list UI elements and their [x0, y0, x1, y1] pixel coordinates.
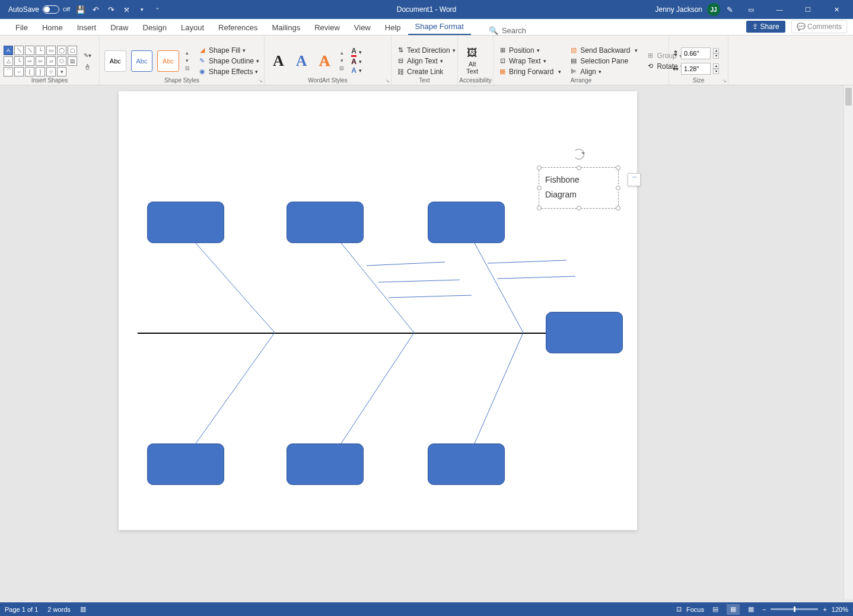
maximize-icon[interactable]: ☐: [796, 0, 820, 19]
document-area[interactable]: Fishbone Diagram ⌒: [0, 85, 853, 599]
wordart-launcher-icon[interactable]: ↘: [386, 78, 390, 84]
shape-connector-icon[interactable]: └: [36, 46, 45, 55]
zoom-in-icon[interactable]: +: [823, 606, 826, 613]
selection-handle-w[interactable]: [537, 186, 542, 190]
fishbone-cause-box-top-3[interactable]: [428, 202, 505, 243]
selection-handle-s[interactable]: [577, 206, 581, 210]
ribbon-display-icon[interactable]: ▭: [739, 0, 763, 19]
shape-l-icon[interactable]: └: [14, 56, 24, 66]
comments-button[interactable]: 💬 Comments: [791, 20, 847, 33]
tab-references[interactable]: References: [211, 20, 265, 35]
height-down-icon[interactable]: ▾: [713, 53, 719, 59]
align-button[interactable]: ⊫Align▾: [568, 67, 639, 76]
word-count[interactable]: 2 words: [47, 606, 71, 613]
user-avatar[interactable]: JJ: [707, 3, 720, 16]
tab-design[interactable]: Design: [136, 20, 174, 35]
qat-customize-icon[interactable]: ⁼: [153, 5, 163, 14]
shape-roundrect-icon[interactable]: ▢: [68, 46, 77, 55]
selection-pane-button[interactable]: ▤Selection Pane: [568, 56, 639, 66]
alt-text-button[interactable]: 🖼 Alt Text: [461, 44, 483, 77]
focus-label[interactable]: Focus: [686, 606, 704, 613]
shape-style-2[interactable]: Abc: [131, 50, 153, 72]
shape-oval-icon[interactable]: ◯: [57, 46, 66, 55]
shape-bracket2-icon[interactable]: }: [36, 67, 45, 76]
shape-hex-icon[interactable]: ⬡: [57, 56, 66, 66]
shape-styles-launcher-icon[interactable]: ↘: [259, 78, 263, 84]
styles-up-icon[interactable]: ▴: [184, 50, 191, 57]
shape-textbox-icon[interactable]: A: [4, 46, 13, 55]
shape-curve2-icon[interactable]: ⌣: [14, 67, 24, 76]
bring-forward-button[interactable]: ▦Bring Forward▾: [497, 67, 562, 76]
text-fill-button[interactable]: A▾: [351, 47, 362, 57]
shape-arrow-icon[interactable]: ⇨: [25, 56, 34, 66]
minimize-icon[interactable]: ―: [768, 0, 791, 19]
size-launcher-icon[interactable]: ↘: [722, 78, 727, 84]
styles-down-icon[interactable]: ▾: [184, 58, 191, 65]
fishbone-effect-box[interactable]: [546, 312, 623, 353]
shape-outline-button[interactable]: ✎Shape Outline▾: [197, 56, 260, 66]
shape-star-icon[interactable]: ☆: [46, 67, 56, 76]
fishbone-cause-box-top-2[interactable]: [287, 202, 364, 243]
scrollbar-thumb[interactable]: [845, 88, 852, 106]
selection-handle-e[interactable]: [616, 186, 620, 190]
tab-mailings[interactable]: Mailings: [265, 20, 308, 35]
search-box[interactable]: 🔍 Search: [489, 26, 526, 35]
shape-arrow2-icon[interactable]: ⬄: [36, 56, 45, 66]
textbox-selected[interactable]: Fishbone Diagram: [539, 167, 619, 209]
fishbone-cause-box-bottom-1[interactable]: [147, 443, 224, 485]
focus-icon[interactable]: ⊡: [676, 605, 682, 613]
shape-bracket-icon[interactable]: {: [25, 67, 34, 76]
redo-icon[interactable]: ↷: [107, 5, 116, 14]
proofing-icon[interactable]: ▥: [80, 605, 86, 613]
wordart-more-icon[interactable]: ⊟: [338, 65, 345, 72]
layout-options-button[interactable]: ⌒: [628, 173, 641, 186]
rotate-handle-icon[interactable]: [574, 149, 584, 159]
zoom-out-icon[interactable]: −: [762, 606, 766, 613]
align-text-button[interactable]: ⊟Align Text▾: [395, 56, 457, 66]
width-up-icon[interactable]: ▴: [713, 63, 719, 69]
tab-help[interactable]: Help: [378, 20, 408, 35]
zoom-level[interactable]: 120%: [832, 606, 848, 613]
tab-layout[interactable]: Layout: [174, 20, 211, 35]
tab-insert[interactable]: Insert: [70, 20, 104, 35]
shape-curve-icon[interactable]: ⌒: [4, 67, 13, 76]
shape-fill-button[interactable]: ◢Shape Fill▾: [197, 46, 260, 55]
shape-effects-button[interactable]: ◉Shape Effects▾: [197, 67, 260, 76]
tab-home[interactable]: Home: [35, 20, 70, 35]
shape-more-icon[interactable]: ▾: [57, 67, 66, 76]
wordart-style-3[interactable]: A: [314, 52, 335, 70]
wordart-up-icon[interactable]: ▴: [338, 50, 345, 57]
text-outline-button[interactable]: A▾: [351, 58, 362, 66]
fishbone-cause-box-top-1[interactable]: [147, 202, 224, 243]
width-down-icon[interactable]: ▾: [713, 69, 719, 74]
fishbone-cause-box-bottom-3[interactable]: [428, 443, 505, 485]
styles-more-icon[interactable]: ⊟: [184, 65, 191, 72]
shape-flag-icon[interactable]: ▱: [46, 56, 56, 66]
shape-triangle-icon[interactable]: △: [4, 56, 13, 66]
share-button[interactable]: ⇪ Share: [746, 21, 785, 33]
selection-handle-ne[interactable]: [616, 165, 620, 170]
tab-view[interactable]: View: [347, 20, 378, 35]
send-backward-button[interactable]: ▧Send Backward▾: [568, 46, 639, 55]
shape-height-input[interactable]: [681, 47, 711, 59]
height-up-icon[interactable]: ▴: [713, 48, 719, 53]
shape-width-input[interactable]: [681, 63, 711, 75]
touch-mode-icon[interactable]: ⤧: [122, 5, 132, 14]
page-indicator[interactable]: Page 1 of 1: [5, 606, 38, 613]
undo-icon[interactable]: ↶: [91, 5, 101, 14]
draw-textbox-icon[interactable]: A̲: [82, 62, 93, 71]
wordart-style-1[interactable]: A: [268, 52, 289, 70]
edit-shape-icon[interactable]: ✎▾: [82, 51, 93, 60]
close-icon[interactable]: ✕: [825, 0, 848, 19]
shape-doc-icon[interactable]: ▤: [68, 56, 77, 66]
position-button[interactable]: ⊞Position▾: [497, 46, 562, 55]
web-layout-icon[interactable]: ▩: [744, 604, 757, 615]
wordart-down-icon[interactable]: ▾: [338, 58, 345, 65]
print-layout-icon[interactable]: ▦: [727, 604, 740, 615]
wrap-text-button[interactable]: ⊡Wrap Text▾: [497, 56, 562, 66]
user-name[interactable]: Jenny Jackson: [655, 5, 702, 14]
fishbone-cause-box-bottom-2[interactable]: [287, 443, 364, 485]
page[interactable]: Fishbone Diagram ⌒: [119, 91, 637, 530]
autosave-toggle[interactable]: AutoSave Off: [8, 5, 70, 14]
selection-handle-nw[interactable]: [537, 165, 542, 170]
